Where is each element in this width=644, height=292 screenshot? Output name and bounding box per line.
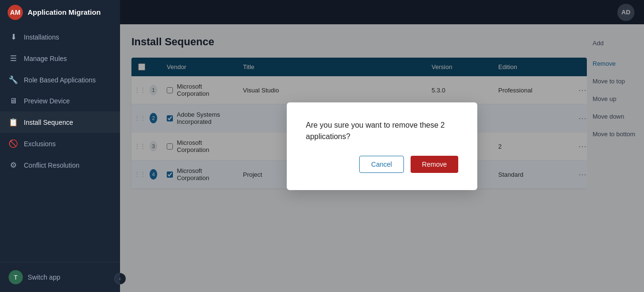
switch-app-label: Switch app	[28, 273, 60, 281]
modal-overlay: Are you sure you want to remove these 2 …	[120, 0, 644, 292]
sidebar-item-preview-device[interactable]: 🖥 Preview Device	[0, 91, 120, 111]
wrench-icon: 🔧	[9, 75, 18, 84]
list-icon: ☰	[9, 54, 18, 63]
modal-message: Are you sure you want to remove these 2 …	[306, 120, 458, 142]
sidebar-item-installations[interactable]: ⬇ Installations	[0, 26, 120, 48]
sidebar-item-install-sequence[interactable]: 📋 Install Sequence	[0, 111, 120, 133]
sidebar-item-role-based-applications[interactable]: 🔧 Role Based Applications	[0, 69, 120, 91]
cancel-button[interactable]: Cancel	[359, 156, 404, 173]
app-title: Application Migration	[28, 8, 101, 16]
sidebar-item-exclusions[interactable]: 🚫 Exclusions	[0, 133, 120, 154]
app-logo: AM	[8, 5, 23, 20]
sidebar-item-label: Conflict Resolution	[24, 161, 80, 169]
sidebar-item-manage-rules[interactable]: ☰ Manage Rules	[0, 48, 120, 69]
sidebar-item-label: Installations	[24, 33, 59, 41]
main-content: AD Install Sequence Vendor Title Version…	[120, 0, 644, 292]
gear-icon: ⚙	[9, 161, 18, 170]
ban-icon: 🚫	[9, 139, 18, 148]
clipboard-icon: 📋	[9, 118, 18, 127]
sidebar-item-conflict-resolution[interactable]: ⚙ Conflict Resolution	[0, 154, 120, 176]
modal-actions: Cancel Remove	[306, 156, 458, 173]
confirm-remove-button[interactable]: Remove	[411, 156, 458, 173]
sidebar-nav: ⬇ Installations ☰ Manage Rules 🔧 Role Ba…	[0, 24, 120, 262]
confirm-remove-modal: Are you sure you want to remove these 2 …	[287, 102, 477, 190]
sidebar-item-label: Preview Device	[24, 97, 70, 105]
sidebar-item-label: Manage Rules	[24, 55, 67, 62]
switch-app-icon: T	[9, 270, 23, 284]
sidebar-item-label: Install Sequence	[24, 119, 73, 126]
sidebar: AM Application Migration ⬇ Installations…	[0, 0, 120, 292]
download-icon: ⬇	[9, 32, 18, 41]
sidebar-item-label: Exclusions	[24, 140, 56, 148]
sidebar-header: AM Application Migration	[0, 0, 120, 24]
switch-app-button[interactable]: T Switch app	[0, 262, 120, 292]
sidebar-item-label: Role Based Applications	[24, 76, 96, 84]
monitor-icon: 🖥	[9, 97, 18, 105]
